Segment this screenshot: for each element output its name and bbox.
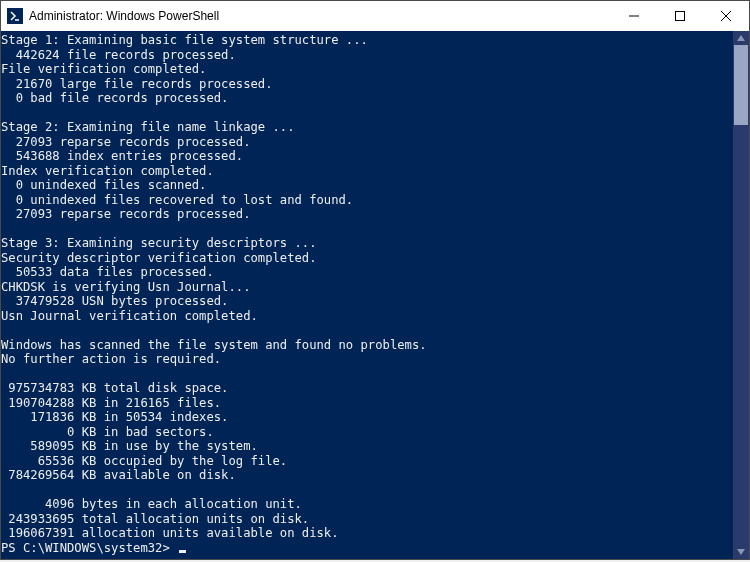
scroll-down-arrow-icon[interactable]: [733, 545, 749, 559]
terminal-line: 0 KB in bad sectors.: [1, 425, 733, 440]
terminal-line: 21670 large file records processed.: [1, 77, 733, 92]
scrollbar[interactable]: [733, 31, 749, 559]
terminal-line: 243933695 total allocation units on disk…: [1, 512, 733, 527]
scroll-thumb[interactable]: [734, 45, 748, 125]
terminal-line: 27093 reparse records processed.: [1, 207, 733, 222]
terminal-line: 589095 KB in use by the system.: [1, 439, 733, 454]
terminal-line: 50533 data files processed.: [1, 265, 733, 280]
cursor: [179, 550, 186, 553]
terminal-line: 27093 reparse records processed.: [1, 135, 733, 150]
terminal-line: 37479528 USN bytes processed.: [1, 294, 733, 309]
terminal-line: No further action is required.: [1, 352, 733, 367]
terminal-line: 442624 file records processed.: [1, 48, 733, 63]
terminal-line: 0 unindexed files scanned.: [1, 178, 733, 193]
terminal-line: 4096 bytes in each allocation unit.: [1, 497, 733, 512]
terminal-line: Index verification completed.: [1, 164, 733, 179]
terminal-line: 784269564 KB available on disk.: [1, 468, 733, 483]
terminal-line: 0 bad file records processed.: [1, 91, 733, 106]
terminal-line: Windows has scanned the file system and …: [1, 338, 733, 353]
svg-rect-2: [676, 12, 685, 21]
terminal-line: Stage 2: Examining file name linkage ...: [1, 120, 733, 135]
terminal-line: CHKDSK is verifying Usn Journal...: [1, 280, 733, 295]
window-title: Administrator: Windows PowerShell: [29, 9, 611, 23]
terminal-line: 543688 index entries processed.: [1, 149, 733, 164]
terminal-line: [1, 323, 733, 338]
close-button[interactable]: [703, 1, 749, 31]
minimize-button[interactable]: [611, 1, 657, 31]
terminal-line: [1, 367, 733, 382]
terminal-line: 0 unindexed files recovered to lost and …: [1, 193, 733, 208]
prompt-line[interactable]: PS C:\WINDOWS\system32>: [1, 541, 733, 556]
scroll-up-arrow-icon[interactable]: [733, 31, 749, 45]
terminal-line: Security descriptor verification complet…: [1, 251, 733, 266]
terminal-line: File verification completed.: [1, 62, 733, 77]
terminal-output[interactable]: Stage 1: Examining basic file system str…: [1, 31, 733, 559]
titlebar[interactable]: Administrator: Windows PowerShell: [1, 1, 749, 31]
terminal-line: Stage 3: Examining security descriptors …: [1, 236, 733, 251]
powershell-window: Administrator: Windows PowerShell Stage …: [0, 0, 750, 560]
maximize-button[interactable]: [657, 1, 703, 31]
terminal-line: 196067391 allocation units available on …: [1, 526, 733, 541]
terminal-line: 975734783 KB total disk space.: [1, 381, 733, 396]
prompt-text: PS C:\WINDOWS\system32>: [1, 541, 177, 555]
terminal-line: [1, 106, 733, 121]
powershell-icon: [7, 8, 23, 24]
terminal-line: 65536 KB occupied by the log file.: [1, 454, 733, 469]
window-controls: [611, 1, 749, 31]
terminal-line: [1, 222, 733, 237]
terminal-line: [1, 483, 733, 498]
terminal-line: Stage 1: Examining basic file system str…: [1, 33, 733, 48]
terminal-line: 171836 KB in 50534 indexes.: [1, 410, 733, 425]
terminal-line: 190704288 KB in 216165 files.: [1, 396, 733, 411]
terminal-line: Usn Journal verification completed.: [1, 309, 733, 324]
terminal-area: Stage 1: Examining basic file system str…: [1, 31, 749, 559]
